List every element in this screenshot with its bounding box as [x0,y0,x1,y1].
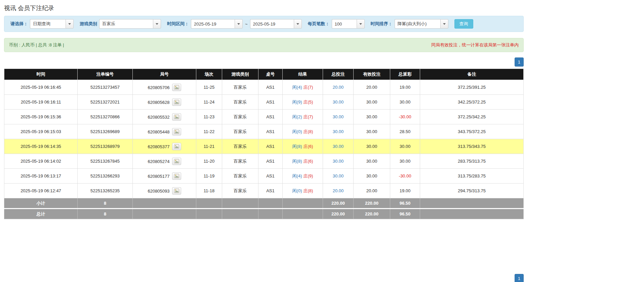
cell-round: 620805448 [133,124,196,139]
cell-game: 百家乐 [222,80,258,95]
image-icon [174,129,179,134]
search-button[interactable]: 查询 [454,19,473,29]
cell-bet-id: 522513270866 [78,110,133,124]
header-total-bet: 总投注 [323,69,354,80]
query-type-combo [30,19,74,29]
total-bet-link[interactable]: 30.00 [333,173,344,178]
total-bet-link[interactable]: 30.00 [333,144,344,149]
round-media-button[interactable] [172,158,181,165]
per-page-input[interactable] [332,19,357,29]
cell-session: 11-22 [196,124,222,139]
cell-table-no: AS1 [258,95,283,110]
cell-table-no: AS1 [258,184,283,198]
cell-note: 313.75/343.75 [420,139,524,154]
game-category-dropdown-button[interactable] [153,19,161,29]
total-bet-link[interactable]: 20.00 [333,85,344,90]
per-page-dropdown-button[interactable] [357,19,365,29]
result-player: 闲(0) [292,188,302,193]
round-media-button[interactable] [172,187,181,195]
table-row: 2025-05-19 06:15:36 522513270866 6208055… [4,110,524,124]
query-type-dropdown-button[interactable] [66,19,74,29]
chevron-down-icon [237,23,240,25]
page-1-button[interactable]: 1 [515,57,524,67]
table-row: 2025-05-19 06:14:02 522513267845 6208052… [4,154,524,169]
cell-time: 2025-05-19 06:14:35 [4,139,78,154]
round-media-button[interactable] [172,172,181,180]
cell-total-bet: 30.00 [323,110,354,124]
total-bet-link[interactable]: 20.00 [333,188,344,193]
cell-payout: 30.00 [390,95,420,110]
grand-total-label: 总计 [4,209,78,219]
subtotal-label: 小计 [4,198,78,209]
cell-valid-bet: 30.00 [354,110,390,124]
time-sort-combo [395,19,448,29]
game-category-input[interactable] [99,19,153,29]
round-number: 620805448 [148,129,169,134]
subtotal-empty-session [196,198,222,209]
round-number: 620805706 [148,85,169,90]
summary-bar: 币别 : 人民币 | 总共 :8 注单 | 同局有效投注，统一计算在该局第一张注… [4,38,524,52]
grand-total-empty-round [133,209,196,219]
cell-session: 11-25 [196,80,222,95]
round-media-button[interactable] [172,98,181,106]
date-from-input[interactable] [191,19,235,29]
cell-bet-id: 522513265235 [78,184,133,198]
header-note: 备注 [420,69,524,80]
total-bet-link[interactable]: 30.00 [333,99,344,105]
cell-game: 百家乐 [222,124,258,139]
cell-note: 294.75/313.75 [420,184,524,198]
cell-valid-bet: 30.00 [354,95,390,110]
chevron-down-icon [296,23,299,25]
cell-total-bet: 30.00 [323,95,354,110]
cell-game: 百家乐 [222,139,258,154]
subtotal-empty-result [283,198,323,209]
header-valid-bet: 有效投注 [354,69,390,80]
round-media-button[interactable] [172,128,181,135]
result-banker: 庄(7) [304,85,313,90]
result-player: 闲(4) [292,85,302,90]
round-media-button[interactable] [172,113,181,121]
header-round: 局号 [133,69,196,80]
cell-total-bet: 20.00 [323,184,354,198]
cell-payout: 30.00 [390,139,420,154]
total-bet-link[interactable]: 30.00 [333,114,344,119]
round-media-button[interactable] [172,84,181,91]
cell-result: 闲(4)庄(7) [283,80,323,95]
cell-table-no: AS1 [258,154,283,169]
time-sort-dropdown-button[interactable] [440,19,448,29]
game-category-label: 游戏类别 [80,21,97,27]
pagination-bottom: 1 [4,274,524,282]
result-player: 闲(8) [292,159,302,164]
query-type-input[interactable] [30,19,66,29]
page-title: 视讯 会员下注纪录 [4,4,524,12]
result-banker: 庄(7) [304,114,313,119]
per-page-label: 每页笔数： [308,21,330,27]
date-to-dropdown-button[interactable] [294,19,302,29]
subtotal-payout: 96.50 [390,198,420,209]
grand-total-total-bet: 220.00 [323,209,354,219]
cell-bet-id: 522513268979 [78,139,133,154]
grand-total-count: 8 [78,209,133,219]
cell-round: 620805377 [133,139,196,154]
valid-bet-notice: 同局有效投注，统一计算在该局第一张注单内 [431,42,519,48]
date-to-input[interactable] [250,19,294,29]
round-media-button[interactable] [172,143,181,150]
image-icon [174,115,179,119]
result-banker: 庄(8) [304,188,313,193]
total-bet-link[interactable]: 30.00 [333,159,344,164]
cell-note: 342.25/372.25 [420,95,524,110]
round-number: 620805177 [148,173,169,178]
cell-payout: 19.00 [390,184,420,198]
date-from-dropdown-button[interactable] [235,19,243,29]
cell-session: 11-20 [196,154,222,169]
table-row: 2025-05-19 06:16:11 522513272021 6208056… [4,95,524,110]
table-row: 2025-05-19 06:16:45 522513273457 6208057… [4,80,524,95]
cell-bet-id: 522513273457 [78,80,133,95]
image-icon [174,189,179,193]
table-row: 2025-05-19 06:14:35 522513268979 6208053… [4,139,524,154]
cell-result: 闲(8)庄(6) [283,139,323,154]
subtotal-empty-game [222,198,258,209]
page-1-button-bottom[interactable]: 1 [515,274,524,282]
time-sort-input[interactable] [395,19,440,29]
total-bet-link[interactable]: 30.00 [333,129,344,134]
